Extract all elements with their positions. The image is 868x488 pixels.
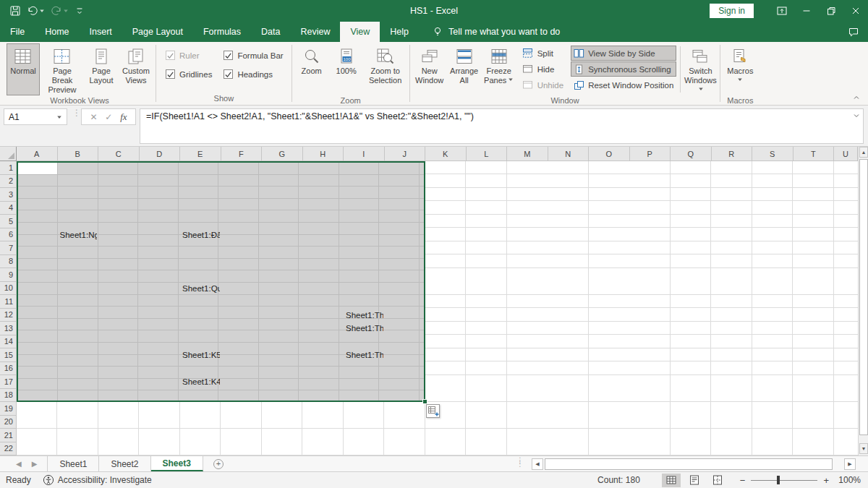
sheet-tab-sheet3[interactable]: Sheet3 (151, 456, 203, 471)
zoom-slider-thumb[interactable] (777, 476, 780, 484)
column-header-B[interactable]: B (58, 147, 99, 161)
column-header-Q[interactable]: Q (671, 147, 712, 161)
autofill-options-button[interactable] (426, 404, 440, 418)
column-header-F[interactable]: F (221, 147, 263, 161)
column-header-C[interactable]: C (98, 147, 140, 161)
row-header-10[interactable]: 10 (0, 282, 17, 296)
sign-in-button[interactable]: Sign in (710, 4, 754, 18)
column-header-M[interactable]: M (507, 147, 548, 161)
unhide-button[interactable]: Unhide (519, 77, 566, 93)
100--button[interactable]: 100100% (330, 43, 363, 95)
column-header-P[interactable]: P (630, 147, 671, 161)
row-header-13[interactable]: 13 (0, 322, 17, 335)
cell-I13[interactable]: Sheet1:Th (346, 323, 383, 334)
synchronous-scrolling-button[interactable]: Synchronous Scrolling (571, 61, 676, 77)
row-header-15[interactable]: 15 (0, 348, 17, 362)
column-header-J[interactable]: J (385, 147, 426, 161)
tab-scrollbar-splitter[interactable]: ⋮⋮ (516, 458, 522, 466)
vertical-scroll-thumb[interactable] (859, 159, 868, 435)
active-cell-a1[interactable] (18, 163, 57, 174)
hide-button[interactable]: Hide (519, 61, 566, 77)
ribbon-tab-review[interactable]: Review (290, 22, 340, 42)
expand-formula-bar-button[interactable] (852, 111, 861, 120)
macros-button[interactable]: Macros (723, 43, 757, 95)
accessibility-checker[interactable]: Accessibility: Investigate (43, 474, 152, 486)
cell-E15[interactable]: Sheet1:K5 (182, 350, 220, 361)
formula-bar-splitter[interactable]: ⋮ (72, 111, 81, 115)
column-header-L[interactable]: L (467, 147, 508, 161)
column-header-R[interactable]: R (712, 147, 753, 161)
row-header-12[interactable]: 12 (0, 309, 17, 322)
arrange-all-button[interactable]: Arrange All (448, 43, 481, 95)
zoom-out-button[interactable]: − (740, 475, 746, 486)
next-sheet-button[interactable]: ▶ (32, 460, 38, 468)
prev-sheet-button[interactable]: ◀ (16, 460, 22, 468)
zoom-to-selection-button[interactable]: Zoom to Selection (365, 43, 407, 95)
row-header-8[interactable]: 8 (0, 255, 17, 269)
row-header-1[interactable]: 1 (0, 161, 17, 175)
sheet-tab-sheet1[interactable]: Sheet1 (47, 456, 99, 471)
column-header-I[interactable]: I (344, 147, 385, 161)
zoom-level[interactable]: 100% (836, 475, 861, 485)
sheet-tab-sheet2[interactable]: Sheet2 (99, 456, 150, 471)
collapse-ribbon-button[interactable] (852, 93, 861, 102)
reset-window-position-button[interactable]: Reset Window Position (571, 77, 676, 93)
horizontal-scroll-thumb[interactable] (545, 458, 833, 470)
feedback-button[interactable] (848, 22, 859, 42)
page-layout-view-button[interactable] (685, 474, 704, 487)
column-header-G[interactable]: G (262, 147, 303, 161)
row-header-3[interactable]: 3 (0, 188, 17, 202)
cell-I15[interactable]: Sheet1:Th (346, 350, 383, 361)
ribbon-tab-home[interactable]: Home (35, 22, 79, 42)
row-header-21[interactable]: 21 (0, 429, 17, 442)
new-sheet-button[interactable]: + (213, 456, 224, 471)
gridlines-checkbox[interactable]: Gridlines (166, 69, 212, 79)
cell-E17[interactable]: Sheet1:K4 (182, 377, 220, 388)
column-header-K[interactable]: K (425, 147, 467, 161)
scroll-up-button[interactable]: ▲ (859, 147, 868, 158)
zoom-button[interactable]: Zoom (295, 43, 328, 95)
ribbon-display-options-button[interactable] (770, 0, 794, 22)
row-header-16[interactable]: 16 (0, 362, 17, 376)
column-header-S[interactable]: S (752, 147, 793, 161)
selection-range[interactable] (17, 161, 425, 402)
view-side-by-side-button[interactable]: View Side by Side (571, 46, 676, 61)
column-header-T[interactable]: T (793, 147, 835, 161)
cell-B6[interactable]: Sheet1:Ng (60, 230, 98, 241)
page-layout-button[interactable]: Page Layout (85, 43, 118, 95)
ribbon-tab-data[interactable]: Data (251, 22, 290, 42)
split-button[interactable]: Split (519, 46, 566, 61)
column-header-H[interactable]: H (303, 147, 344, 161)
row-header-11[interactable]: 11 (0, 295, 17, 309)
switch-windows-button[interactable]: Switch Windows (684, 43, 717, 95)
page-break-view-button[interactable] (708, 474, 727, 487)
row-header-20[interactable]: 20 (0, 416, 17, 429)
row-header-7[interactable]: 7 (0, 241, 17, 255)
row-header-2[interactable]: 2 (0, 175, 17, 189)
row-header-6[interactable]: 6 (0, 228, 17, 242)
tell-me-box[interactable]: Tell me what you want to do (432, 22, 560, 42)
ribbon-tab-formulas[interactable]: Formulas (193, 22, 251, 42)
minimize-button[interactable] (794, 0, 819, 22)
column-header-U[interactable]: U (834, 147, 858, 161)
row-header-17[interactable]: 17 (0, 375, 17, 389)
scroll-right-button[interactable]: ▶ (844, 458, 856, 470)
select-all-corner[interactable] (0, 147, 17, 161)
cell-E10[interactable]: Sheet1:Qu (182, 283, 220, 294)
ribbon-tab-file[interactable]: File (0, 22, 35, 42)
row-header-19[interactable]: 19 (0, 402, 17, 416)
zoom-in-button[interactable]: + (823, 475, 829, 486)
page-break-preview-button[interactable]: Page Break Preview (41, 43, 83, 95)
freeze-panes-button[interactable]: Freeze Panes (482, 43, 516, 95)
restore-button[interactable] (819, 0, 843, 22)
ribbon-tab-insert[interactable]: Insert (80, 22, 122, 42)
save-button[interactable] (7, 2, 23, 20)
headings-checkbox[interactable]: Headings (224, 69, 283, 79)
ribbon-tab-view[interactable]: View (340, 22, 380, 42)
undo-button[interactable] (25, 2, 47, 20)
redo-button[interactable] (48, 2, 71, 20)
custom-views-button[interactable]: Custom Views (119, 43, 153, 95)
row-header-5[interactable]: 5 (0, 215, 17, 228)
column-header-E[interactable]: E (180, 147, 221, 161)
cell-E6[interactable]: Sheet1:Đă (182, 230, 220, 241)
